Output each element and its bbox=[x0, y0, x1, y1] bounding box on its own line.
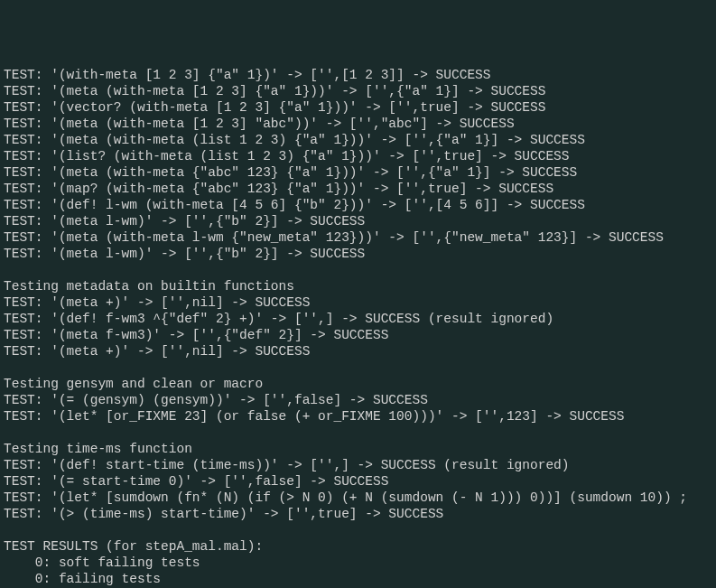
terminal-line: Testing gensym and clean or macro bbox=[4, 376, 712, 392]
terminal-line: Testing time-ms function bbox=[4, 441, 712, 457]
terminal-line: Testing metadata on builtin functions bbox=[4, 278, 712, 294]
terminal-line: TEST: '(meta (with-meta [1 2 3] {"a" 1})… bbox=[4, 83, 712, 99]
terminal-line: TEST: '(meta (with-meta (list 1 2 3) {"a… bbox=[4, 132, 712, 148]
terminal-line bbox=[4, 262, 712, 278]
terminal-line bbox=[4, 522, 712, 538]
terminal-line: TEST: '(def! start-time (time-ms))' -> [… bbox=[4, 457, 712, 473]
terminal-line: TEST: '(meta f-wm3)' -> ['',{"def" 2}] -… bbox=[4, 327, 712, 343]
terminal-line: TEST: '(with-meta [1 2 3] {"a" 1})' -> [… bbox=[4, 67, 712, 83]
terminal-line: TEST: '(let* [or_FIXME 23] (or false (+ … bbox=[4, 408, 712, 425]
terminal-line: TEST: '(def! f-wm3 ^{"def" 2} +)' -> [''… bbox=[4, 311, 712, 327]
terminal-line: TEST: '(map? (with-meta {"abc" 123} {"a"… bbox=[4, 181, 712, 197]
terminal-line bbox=[4, 359, 712, 376]
terminal-line: TEST: '(meta l-wm)' -> ['',{"b" 2}] -> S… bbox=[4, 213, 712, 229]
terminal-line: TEST: '(= (gensym) (gensym))' -> ['',fal… bbox=[4, 392, 712, 408]
terminal-line bbox=[4, 425, 712, 441]
terminal-line: TEST: '(meta +)' -> ['',nil] -> SUCCESS bbox=[4, 294, 712, 311]
terminal-line: 0: failing tests bbox=[4, 571, 712, 587]
terminal-line: TEST: '(> (time-ms) start-time)' -> ['',… bbox=[4, 506, 712, 522]
terminal-line: TEST: '(meta l-wm)' -> ['',{"b" 2}] -> S… bbox=[4, 246, 712, 262]
terminal-line: 0: soft failing tests bbox=[4, 555, 712, 571]
terminal-line: TEST: '(let* [sumdown (fn* (N) (if (> N … bbox=[4, 490, 712, 506]
terminal-line: TEST: '(= start-time 0)' -> ['',false] -… bbox=[4, 473, 712, 490]
terminal-line: TEST: '(def! l-wm (with-meta [4 5 6] {"b… bbox=[4, 197, 712, 213]
terminal-output: TEST: '(with-meta [1 2 3] {"a" 1})' -> [… bbox=[4, 67, 712, 588]
terminal-line: TEST: '(list? (with-meta (list 1 2 3) {"… bbox=[4, 148, 712, 164]
terminal-line: TEST RESULTS (for stepA_mal.mal): bbox=[4, 538, 712, 555]
terminal-line: TEST: '(meta (with-meta [1 2 3] "abc"))'… bbox=[4, 116, 712, 132]
terminal-line: TEST: '(vector? (with-meta [1 2 3] {"a" … bbox=[4, 99, 712, 116]
terminal-line: TEST: '(meta +)' -> ['',nil] -> SUCCESS bbox=[4, 343, 712, 359]
terminal-line: TEST: '(meta (with-meta {"abc" 123} {"a"… bbox=[4, 164, 712, 181]
terminal-line: TEST: '(meta (with-meta l-wm {"new_meta"… bbox=[4, 229, 712, 246]
